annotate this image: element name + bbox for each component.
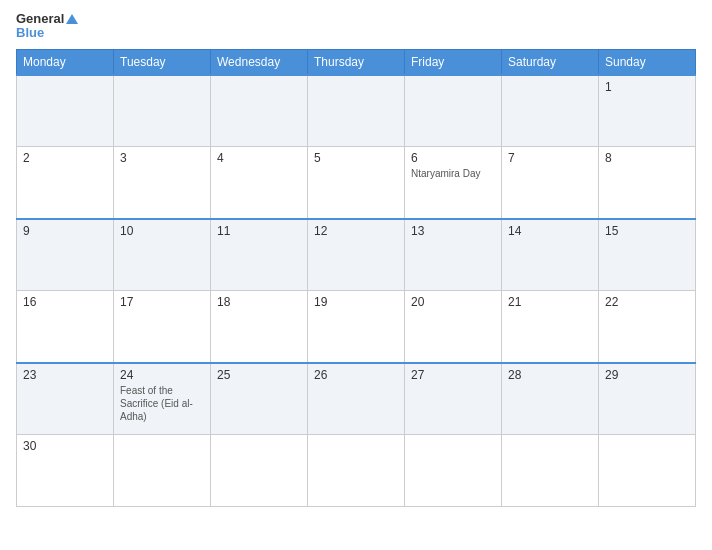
day-number: 14 xyxy=(508,224,592,238)
cell-4-5: 28 xyxy=(502,363,599,435)
weekday-saturday: Saturday xyxy=(502,49,599,75)
cell-1-6: 8 xyxy=(599,147,696,219)
weekday-header-row: MondayTuesdayWednesdayThursdayFridaySatu… xyxy=(17,49,696,75)
day-number: 2 xyxy=(23,151,107,165)
cell-1-3: 5 xyxy=(308,147,405,219)
cell-2-4: 13 xyxy=(405,219,502,291)
day-number: 30 xyxy=(23,439,107,453)
day-number: 9 xyxy=(23,224,107,238)
cell-1-0: 2 xyxy=(17,147,114,219)
cell-3-3: 19 xyxy=(308,291,405,363)
cell-4-3: 26 xyxy=(308,363,405,435)
day-number: 27 xyxy=(411,368,495,382)
day-number: 22 xyxy=(605,295,689,309)
cell-3-2: 18 xyxy=(211,291,308,363)
cell-0-4 xyxy=(405,75,502,147)
cell-2-3: 12 xyxy=(308,219,405,291)
cell-3-6: 22 xyxy=(599,291,696,363)
cell-1-1: 3 xyxy=(114,147,211,219)
day-number: 25 xyxy=(217,368,301,382)
week-row-1: 23456Ntaryamira Day78 xyxy=(17,147,696,219)
day-number: 24 xyxy=(120,368,204,382)
cell-0-0 xyxy=(17,75,114,147)
logo-general-text: General xyxy=(16,12,64,26)
cell-5-2 xyxy=(211,435,308,507)
logo: General Blue xyxy=(16,12,78,41)
calendar-table: MondayTuesdayWednesdayThursdayFridaySatu… xyxy=(16,49,696,508)
cell-2-0: 9 xyxy=(17,219,114,291)
cell-1-5: 7 xyxy=(502,147,599,219)
cell-4-0: 23 xyxy=(17,363,114,435)
day-number: 11 xyxy=(217,224,301,238)
day-number: 19 xyxy=(314,295,398,309)
cell-2-1: 10 xyxy=(114,219,211,291)
day-number: 4 xyxy=(217,151,301,165)
cell-0-1 xyxy=(114,75,211,147)
cell-3-0: 16 xyxy=(17,291,114,363)
week-row-5: 30 xyxy=(17,435,696,507)
day-number: 23 xyxy=(23,368,107,382)
day-number: 16 xyxy=(23,295,107,309)
week-row-4: 2324Feast of the Sacrifice (Eid al-Adha)… xyxy=(17,363,696,435)
calendar-page: General Blue MondayTuesdayWednesdayThurs… xyxy=(0,0,712,550)
cell-0-2 xyxy=(211,75,308,147)
week-row-0: 1 xyxy=(17,75,696,147)
day-number: 29 xyxy=(605,368,689,382)
cell-3-1: 17 xyxy=(114,291,211,363)
cell-3-4: 20 xyxy=(405,291,502,363)
cell-0-3 xyxy=(308,75,405,147)
day-number: 21 xyxy=(508,295,592,309)
cell-5-0: 30 xyxy=(17,435,114,507)
logo-triangle-icon xyxy=(66,14,78,24)
cell-0-6: 1 xyxy=(599,75,696,147)
day-number: 1 xyxy=(605,80,689,94)
week-row-2: 9101112131415 xyxy=(17,219,696,291)
cell-2-5: 14 xyxy=(502,219,599,291)
cell-2-6: 15 xyxy=(599,219,696,291)
day-number: 7 xyxy=(508,151,592,165)
cell-1-4: 6Ntaryamira Day xyxy=(405,147,502,219)
day-number: 18 xyxy=(217,295,301,309)
day-number: 17 xyxy=(120,295,204,309)
day-number: 10 xyxy=(120,224,204,238)
holiday-label: Ntaryamira Day xyxy=(411,167,495,180)
day-number: 6 xyxy=(411,151,495,165)
cell-1-2: 4 xyxy=(211,147,308,219)
day-number: 26 xyxy=(314,368,398,382)
weekday-sunday: Sunday xyxy=(599,49,696,75)
day-number: 20 xyxy=(411,295,495,309)
cell-5-1 xyxy=(114,435,211,507)
cell-3-5: 21 xyxy=(502,291,599,363)
cell-5-6 xyxy=(599,435,696,507)
cell-5-5 xyxy=(502,435,599,507)
logo-blue-text: Blue xyxy=(16,26,78,40)
cell-4-1: 24Feast of the Sacrifice (Eid al-Adha) xyxy=(114,363,211,435)
day-number: 8 xyxy=(605,151,689,165)
cell-4-6: 29 xyxy=(599,363,696,435)
day-number: 13 xyxy=(411,224,495,238)
day-number: 28 xyxy=(508,368,592,382)
holiday-label: Feast of the Sacrifice (Eid al-Adha) xyxy=(120,384,204,423)
cell-5-4 xyxy=(405,435,502,507)
week-row-3: 16171819202122 xyxy=(17,291,696,363)
cell-2-2: 11 xyxy=(211,219,308,291)
cell-0-5 xyxy=(502,75,599,147)
day-number: 12 xyxy=(314,224,398,238)
weekday-monday: Monday xyxy=(17,49,114,75)
cell-4-2: 25 xyxy=(211,363,308,435)
header: General Blue xyxy=(16,12,696,41)
weekday-wednesday: Wednesday xyxy=(211,49,308,75)
day-number: 15 xyxy=(605,224,689,238)
weekday-friday: Friday xyxy=(405,49,502,75)
day-number: 3 xyxy=(120,151,204,165)
cell-5-3 xyxy=(308,435,405,507)
cell-4-4: 27 xyxy=(405,363,502,435)
day-number: 5 xyxy=(314,151,398,165)
weekday-thursday: Thursday xyxy=(308,49,405,75)
weekday-tuesday: Tuesday xyxy=(114,49,211,75)
